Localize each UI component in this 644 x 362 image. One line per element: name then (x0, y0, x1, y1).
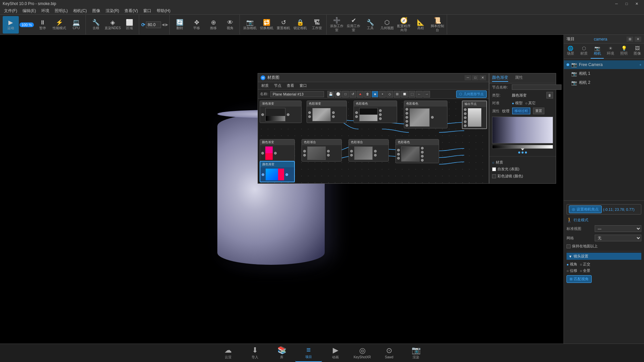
taskbar-animation[interactable]: ▶ 动画 (322, 344, 349, 362)
tab-properties[interactable]: 属性 (515, 75, 523, 82)
switch-camera-button[interactable]: 🔁 切换相机 (259, 16, 275, 34)
taskbar-cloud[interactable]: ☁ 云渲 (215, 344, 241, 362)
perspective-radio[interactable]: ● 视角 (567, 262, 577, 267)
mat-grid2-btn[interactable]: ⬚ (409, 91, 415, 98)
color-gradient-display[interactable] (492, 117, 553, 143)
reset-btn[interactable]: 重置 (533, 108, 544, 114)
panel-float-button[interactable]: ⊞ (627, 37, 633, 42)
taskbar-render[interactable]: ⊙ Sawd (376, 344, 402, 362)
node-color-shade-3[interactable]: 色彩着色 (354, 101, 397, 123)
tools-button[interactable]: 🔧 工具 (362, 16, 378, 34)
ortho-radio[interactable]: ○ 正交 (580, 262, 591, 267)
mat-menu-node[interactable]: 节点 (272, 82, 283, 89)
model-radio[interactable]: ● 模型 (512, 101, 523, 106)
add-camera-button[interactable]: 📷 添加相机 (242, 16, 258, 34)
node-merge-mid[interactable]: 色彩渐合 (302, 139, 342, 162)
set-camera-focus-button[interactable]: ◎ 设置相机焦点 (569, 205, 602, 213)
node-shade-bottom-right[interactable]: 色彩着色 (395, 139, 439, 163)
script-panel-button[interactable]: 📜 脚本控制台 (429, 16, 445, 34)
taskbar-notes[interactable]: 📷 渲染 (402, 344, 429, 362)
tab-camera[interactable]: 📷 相机 (591, 44, 604, 59)
tab-image[interactable]: 🖼 图像 (631, 44, 644, 59)
pause-button[interactable]: ⏸ 暂停 (35, 16, 51, 34)
height-button[interactable]: 📐 高程 (413, 16, 429, 34)
node-big-right[interactable]: 色彩着色 (404, 101, 447, 128)
camera-item-2[interactable]: 📷 相机 2 (564, 78, 644, 87)
cpu-button[interactable]: 💻 CPU (68, 16, 84, 34)
taskbar-import[interactable]: ⬇ 导入 (241, 344, 268, 362)
geometry-view-button[interactable]: ⬡ 几何视图 (379, 16, 395, 34)
tab-env[interactable]: ☀ 环境 (604, 44, 617, 59)
dialog-close-button[interactable]: ✕ (479, 75, 486, 80)
menu-env[interactable]: 环境 (39, 7, 52, 14)
match-view-button[interactable]: ⊞ 匹配视角 (567, 275, 592, 283)
apply-studio-button[interactable]: ✔ 应用工作室 (345, 16, 362, 34)
push-button[interactable]: ⊕ 推移 (205, 16, 221, 34)
menu-window[interactable]: 窗口 (141, 7, 154, 14)
mat-reset-btn[interactable]: ↺ (350, 91, 356, 98)
camera-item-1[interactable]: 📷 相机 1 (564, 69, 644, 78)
move-process-btn[interactable]: 移动过程 (512, 108, 530, 114)
taskbar-project[interactable]: ≡ 项目 (295, 344, 322, 362)
taskbar-keyshot-xr[interactable]: ◎ KeyShotXR (349, 344, 376, 362)
mat-prev-btn[interactable]: ← (416, 91, 423, 98)
node-name-input[interactable] (512, 84, 561, 90)
remove-button[interactable]: 🔧 去模 (88, 16, 104, 34)
tab-scene[interactable]: 🌐 场景 (564, 44, 577, 59)
mat-grid-btn[interactable]: ⊞ (394, 91, 400, 98)
node-merge-right[interactable]: 色彩渐合 (348, 139, 389, 162)
mat-next-btn[interactable]: → (423, 91, 430, 98)
studio-button[interactable]: 🏗 工作室 (309, 16, 325, 34)
dialog-minimize-button[interactable]: ─ (465, 75, 471, 80)
dialog-maximize-button[interactable]: □ (472, 75, 479, 80)
rotate-button[interactable]: 🔄 翻转 (172, 16, 188, 34)
menu-image[interactable]: 图像 (90, 7, 103, 14)
gradient-slider[interactable] (492, 145, 553, 149)
node-pink-grad[interactable]: 颜色渐变 (260, 139, 295, 162)
minimize-button[interactable]: ─ (612, 1, 621, 7)
standard-view-dropdown[interactable]: — (595, 225, 641, 232)
performance-button[interactable]: ⚡ 性能模式 (51, 16, 67, 34)
reset-camera-button[interactable]: ↺ 重置相机 (275, 16, 291, 34)
direct-button[interactable]: ◈ 直染NDES (105, 16, 121, 34)
delete-node-btn[interactable]: 🗑 (546, 92, 553, 99)
keep-above-ground-checkbox[interactable] (567, 244, 571, 248)
node-graph-area[interactable]: 渐色渐变 色彩渐变 (258, 99, 489, 183)
menu-help[interactable]: 帮助(H) (154, 7, 173, 14)
lock-camera-button[interactable]: 🔒 锁定相机 (292, 16, 308, 34)
run-button[interactable]: ▶ 运动 (3, 16, 19, 34)
mat-dot-btn[interactable]: ⚬ (379, 91, 386, 98)
mat-triangle-btn[interactable]: 🔺 (357, 91, 364, 98)
menu-file[interactable]: 文件(F) (1, 7, 20, 14)
menu-camera[interactable]: 相机(C) (70, 7, 90, 14)
attr-tab[interactable]: 属性 (492, 109, 499, 114)
mat-square-btn[interactable]: □ (342, 91, 349, 98)
speed-input[interactable] (146, 21, 161, 28)
add-studio-button[interactable]: ➕ 添加工作室 (329, 16, 345, 34)
mat-diamond-btn[interactable]: ◇ (386, 91, 393, 98)
node-cyan-selected[interactable]: 颜色渐变 (260, 161, 295, 182)
menu-lighting[interactable]: 照明(L) (52, 7, 70, 14)
mat-circle-btn[interactable]: ⚪ (335, 91, 341, 98)
node-color-change-2[interactable]: 色彩渐变 (307, 101, 347, 123)
tab-color-gradient[interactable]: 颜色渐变 (492, 75, 508, 82)
tab-lighting[interactable]: 💡 照明 (617, 44, 631, 59)
mat-menu-window[interactable]: 窗口 (298, 82, 309, 89)
tab-material[interactable]: ⬡ 材质 (577, 44, 591, 59)
other-radio[interactable]: ○ 其它 (525, 101, 536, 106)
mat-save-btn[interactable]: 💾 (327, 91, 334, 98)
menu-view[interactable]: 查看(V) (122, 7, 141, 14)
menu-edit[interactable]: 编辑(E) (20, 7, 39, 14)
camera-item-free[interactable]: 📷 Free Camera + (564, 60, 644, 69)
mat-menu-view[interactable]: 查看 (285, 82, 296, 89)
mat-frame-btn[interactable]: 🔲 (401, 91, 408, 98)
material-name-input[interactable] (270, 91, 324, 97)
maximize-button[interactable]: □ (622, 1, 631, 7)
mat-delete-btn[interactable]: 🗑 (364, 91, 371, 98)
grid-dropdown[interactable]: 无 (595, 235, 641, 241)
lens-settings-section[interactable]: ▼ 镜头设置 (567, 253, 641, 260)
taskbar-library[interactable]: 📚 库 (268, 344, 295, 362)
region-button[interactable]: ⬜ 区域 (121, 16, 138, 34)
pan-button[interactable]: ✥ 平移 (189, 16, 205, 34)
mat-fill-btn[interactable]: ■ (372, 91, 378, 98)
